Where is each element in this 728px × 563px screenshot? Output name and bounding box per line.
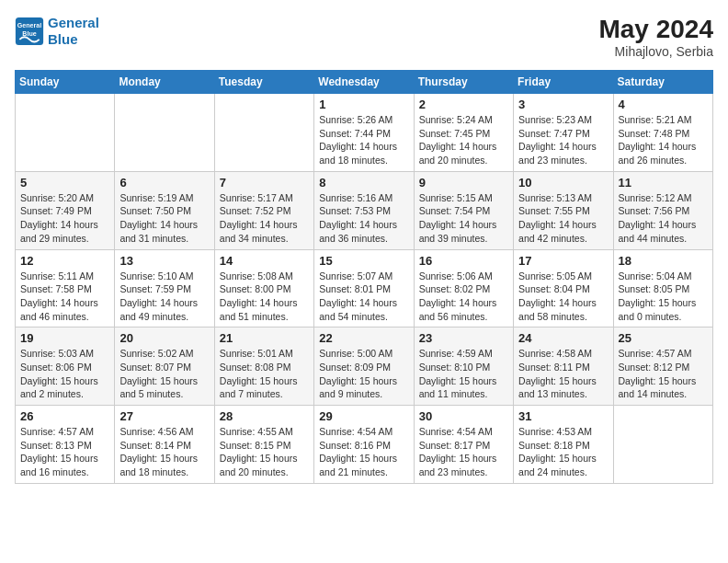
calendar-cell: 11Sunrise: 5:12 AM Sunset: 7:56 PM Dayli…	[613, 171, 712, 249]
day-info: Sunrise: 5:15 AM Sunset: 7:54 PM Dayligh…	[419, 191, 508, 246]
day-number: 4	[619, 98, 708, 111]
calendar-cell: 27Sunrise: 4:56 AM Sunset: 8:14 PM Dayli…	[115, 406, 214, 484]
calendar-cell: 10Sunrise: 5:13 AM Sunset: 7:55 PM Dayli…	[514, 171, 613, 249]
day-info: Sunrise: 4:57 AM Sunset: 8:12 PM Dayligh…	[619, 347, 708, 401]
calendar-cell: 25Sunrise: 4:57 AM Sunset: 8:12 PM Dayli…	[613, 327, 712, 406]
day-info: Sunrise: 4:56 AM Sunset: 8:14 PM Dayligh…	[119, 425, 209, 479]
day-number: 15	[319, 254, 408, 268]
day-number: 22	[319, 331, 408, 345]
weekday-header-thursday: Thursday	[414, 71, 513, 94]
day-info: Sunrise: 5:13 AM Sunset: 7:55 PM Dayligh…	[518, 191, 608, 246]
day-info: Sunrise: 5:23 AM Sunset: 7:47 PM Dayligh…	[518, 113, 608, 167]
calendar-cell: 28Sunrise: 4:55 AM Sunset: 8:15 PM Dayli…	[214, 406, 313, 484]
calendar-cell: 6Sunrise: 5:19 AM Sunset: 7:50 PM Daylig…	[115, 171, 214, 249]
day-info: Sunrise: 5:16 AM Sunset: 7:53 PM Dayligh…	[319, 191, 408, 246]
calendar-cell: 20Sunrise: 5:02 AM Sunset: 8:07 PM Dayli…	[115, 327, 214, 406]
calendar-cell: 7Sunrise: 5:17 AM Sunset: 7:52 PM Daylig…	[214, 171, 313, 249]
weekday-header-row: SundayMondayTuesdayWednesdayThursdayFrid…	[16, 71, 713, 94]
calendar-cell: 9Sunrise: 5:15 AM Sunset: 7:54 PM Daylig…	[414, 171, 513, 249]
calendar-cell: 31Sunrise: 4:53 AM Sunset: 8:18 PM Dayli…	[514, 406, 613, 484]
day-number: 18	[619, 254, 708, 268]
day-number: 31	[518, 409, 608, 423]
day-info: Sunrise: 5:20 AM Sunset: 7:49 PM Dayligh…	[20, 191, 109, 246]
day-number: 13	[119, 254, 209, 268]
calendar-cell: 18Sunrise: 5:04 AM Sunset: 8:05 PM Dayli…	[613, 249, 712, 327]
day-number: 23	[419, 331, 508, 345]
day-number: 21	[220, 331, 309, 345]
day-info: Sunrise: 5:07 AM Sunset: 8:01 PM Dayligh…	[319, 270, 408, 324]
logo: General Blue General Blue	[15, 15, 99, 48]
calendar-cell: 2Sunrise: 5:24 AM Sunset: 7:45 PM Daylig…	[414, 94, 513, 172]
day-info: Sunrise: 5:19 AM Sunset: 7:50 PM Dayligh…	[119, 191, 209, 246]
logo-line2: Blue	[48, 31, 78, 47]
calendar-cell: 3Sunrise: 5:23 AM Sunset: 7:47 PM Daylig…	[514, 94, 613, 172]
page-header: General Blue General Blue May 2024 Mihaj…	[15, 15, 713, 59]
calendar-cell: 23Sunrise: 4:59 AM Sunset: 8:10 PM Dayli…	[414, 327, 513, 406]
logo-icon: General Blue	[15, 17, 44, 46]
calendar-cell: 30Sunrise: 4:54 AM Sunset: 8:17 PM Dayli…	[414, 406, 513, 484]
logo-line1: General	[48, 15, 99, 30]
day-info: Sunrise: 5:08 AM Sunset: 8:00 PM Dayligh…	[220, 270, 309, 324]
day-number: 6	[119, 176, 209, 190]
day-info: Sunrise: 5:05 AM Sunset: 8:04 PM Dayligh…	[518, 270, 608, 324]
month-year-title: May 2024	[598, 15, 713, 44]
day-number: 3	[518, 98, 608, 111]
calendar-cell: 15Sunrise: 5:07 AM Sunset: 8:01 PM Dayli…	[314, 249, 414, 327]
calendar-cell	[214, 94, 313, 172]
calendar-cell: 1Sunrise: 5:26 AM Sunset: 7:44 PM Daylig…	[314, 94, 414, 172]
calendar-week-row: 12Sunrise: 5:11 AM Sunset: 7:58 PM Dayli…	[16, 249, 713, 327]
day-number: 29	[319, 409, 408, 423]
day-info: Sunrise: 5:10 AM Sunset: 7:59 PM Dayligh…	[119, 270, 209, 324]
day-info: Sunrise: 5:00 AM Sunset: 8:09 PM Dayligh…	[319, 347, 408, 401]
calendar-cell: 13Sunrise: 5:10 AM Sunset: 7:59 PM Dayli…	[115, 249, 214, 327]
calendar-cell	[16, 94, 115, 172]
calendar-cell: 24Sunrise: 4:58 AM Sunset: 8:11 PM Dayli…	[514, 327, 613, 406]
day-info: Sunrise: 5:02 AM Sunset: 8:07 PM Dayligh…	[119, 347, 209, 401]
calendar-cell: 21Sunrise: 5:01 AM Sunset: 8:08 PM Dayli…	[214, 327, 313, 406]
title-block: May 2024 Mihajlovo, Serbia	[598, 15, 713, 59]
day-info: Sunrise: 5:26 AM Sunset: 7:44 PM Dayligh…	[319, 113, 408, 167]
day-info: Sunrise: 4:57 AM Sunset: 8:13 PM Dayligh…	[20, 425, 109, 479]
calendar-cell: 8Sunrise: 5:16 AM Sunset: 7:53 PM Daylig…	[314, 171, 414, 249]
day-info: Sunrise: 5:17 AM Sunset: 7:52 PM Dayligh…	[220, 191, 309, 246]
day-number: 30	[419, 409, 508, 423]
day-number: 14	[220, 254, 309, 268]
day-info: Sunrise: 5:06 AM Sunset: 8:02 PM Dayligh…	[419, 270, 508, 324]
day-number: 25	[619, 331, 708, 345]
calendar-cell: 22Sunrise: 5:00 AM Sunset: 8:09 PM Dayli…	[314, 327, 414, 406]
day-number: 9	[419, 176, 508, 190]
location-subtitle: Mihajlovo, Serbia	[598, 44, 713, 59]
day-number: 11	[619, 176, 708, 190]
day-info: Sunrise: 5:01 AM Sunset: 8:08 PM Dayligh…	[220, 347, 309, 401]
day-info: Sunrise: 5:04 AM Sunset: 8:05 PM Dayligh…	[619, 270, 708, 324]
day-number: 19	[20, 331, 109, 345]
day-number: 8	[319, 176, 408, 190]
weekday-header-sunday: Sunday	[16, 71, 115, 94]
day-info: Sunrise: 5:11 AM Sunset: 7:58 PM Dayligh…	[20, 270, 109, 324]
calendar-week-row: 5Sunrise: 5:20 AM Sunset: 7:49 PM Daylig…	[16, 171, 713, 249]
day-info: Sunrise: 4:59 AM Sunset: 8:10 PM Dayligh…	[419, 347, 508, 401]
day-number: 2	[419, 98, 508, 111]
calendar-cell: 16Sunrise: 5:06 AM Sunset: 8:02 PM Dayli…	[414, 249, 513, 327]
calendar-cell: 5Sunrise: 5:20 AM Sunset: 7:49 PM Daylig…	[16, 171, 115, 249]
day-number: 28	[220, 409, 309, 423]
day-info: Sunrise: 5:21 AM Sunset: 7:48 PM Dayligh…	[619, 113, 708, 167]
day-number: 12	[20, 254, 109, 268]
calendar-cell: 19Sunrise: 5:03 AM Sunset: 8:06 PM Dayli…	[16, 327, 115, 406]
weekday-header-wednesday: Wednesday	[314, 71, 414, 94]
day-info: Sunrise: 4:55 AM Sunset: 8:15 PM Dayligh…	[220, 425, 309, 479]
day-info: Sunrise: 4:54 AM Sunset: 8:17 PM Dayligh…	[419, 425, 508, 479]
calendar-cell: 12Sunrise: 5:11 AM Sunset: 7:58 PM Dayli…	[16, 249, 115, 327]
weekday-header-monday: Monday	[115, 71, 214, 94]
day-number: 1	[319, 98, 408, 111]
calendar-week-row: 19Sunrise: 5:03 AM Sunset: 8:06 PM Dayli…	[16, 327, 713, 406]
calendar-cell	[613, 406, 712, 484]
weekday-header-friday: Friday	[514, 71, 613, 94]
day-number: 20	[119, 331, 209, 345]
calendar-cell: 14Sunrise: 5:08 AM Sunset: 8:00 PM Dayli…	[214, 249, 313, 327]
day-info: Sunrise: 5:24 AM Sunset: 7:45 PM Dayligh…	[419, 113, 508, 167]
day-number: 27	[119, 409, 209, 423]
calendar-table: SundayMondayTuesdayWednesdayThursdayFrid…	[15, 70, 713, 484]
day-number: 26	[20, 409, 109, 423]
logo-text: General Blue	[48, 15, 99, 48]
